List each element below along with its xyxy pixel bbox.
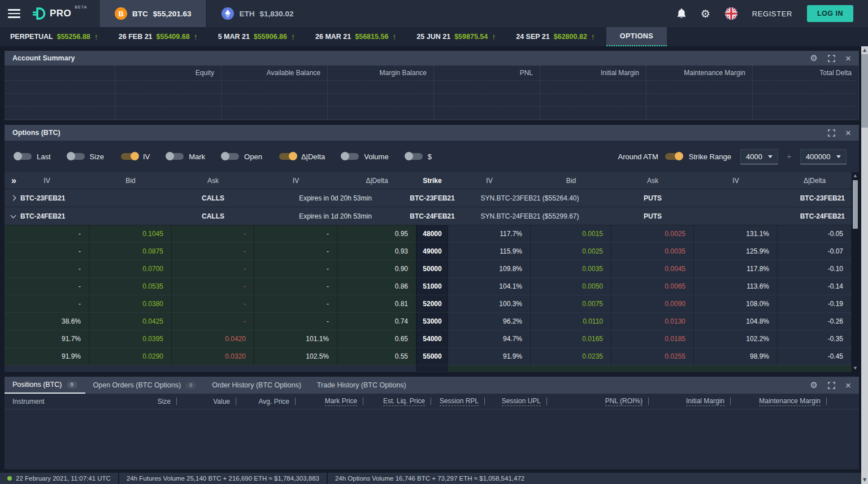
call-bid[interactable]: 0.0380	[89, 295, 172, 313]
menu-icon[interactable]	[0, 0, 28, 27]
call-ask[interactable]: -	[172, 225, 254, 243]
put-bid[interactable]: 0.0075	[531, 295, 611, 313]
futures-contract-tab-26-mar-21[interactable]: 26 MAR 21$56815.56↑	[305, 27, 406, 46]
toggle-switch[interactable]	[167, 153, 184, 160]
login-button[interactable]: LOG IN	[807, 5, 853, 22]
put-bid[interactable]: 0.0025	[531, 243, 611, 260]
call-ask[interactable]: -	[172, 295, 254, 313]
toggle-switch[interactable]	[279, 153, 296, 160]
toggle-switch[interactable]	[15, 153, 32, 160]
panel-close-icon[interactable]: ×	[845, 381, 851, 390]
put-ask[interactable]: 0.0045	[611, 260, 694, 278]
expand-all-icon[interactable]: »	[11, 176, 16, 185]
panel-expand-icon[interactable]	[828, 129, 835, 137]
panel-close-icon[interactable]: ×	[845, 128, 851, 138]
put-ask[interactable]: 0.0185	[611, 330, 694, 348]
call-bid[interactable]: 0.0395	[89, 330, 172, 348]
put-bid[interactable]: 0.0165	[531, 330, 611, 348]
call-ask[interactable]: -	[172, 243, 254, 260]
futures-contract-tab-24-sep-21[interactable]: 24 SEP 21$62800.82↑	[506, 27, 605, 46]
put-bid[interactable]: 0.0110	[531, 313, 611, 330]
toggle-open[interactable]: Open	[222, 152, 262, 161]
logo[interactable]: PRO BETA	[28, 0, 99, 27]
tab-positions-btc[interactable]: Positions (BTC)0	[5, 377, 85, 394]
scroll-down-icon[interactable]: ▼	[863, 476, 866, 484]
page-scrollbar[interactable]: ▲ ▼	[861, 46, 868, 484]
tab-trade-history-btc-options[interactable]: Trade History (BTC Options)	[309, 377, 414, 394]
futures-contract-tab-25-jun-21[interactable]: 25 JUN 21$59875.54↑	[406, 27, 506, 46]
strike-min-select[interactable]: 4000	[740, 149, 778, 164]
scroll-down-icon[interactable]: ▼	[854, 365, 857, 372]
panel-settings-icon[interactable]: ⚙	[810, 381, 818, 390]
panel-expand-icon[interactable]	[828, 382, 835, 389]
bell-icon[interactable]	[677, 8, 686, 19]
toggle-last[interactable]: Last	[15, 152, 51, 161]
call-bid[interactable]: 0.0290	[89, 348, 172, 365]
options-row[interactable]: -0.1045--0.9548000117.7%0.00150.0025131.…	[5, 225, 852, 243]
put-ask[interactable]: 0.0035	[611, 243, 694, 260]
toggle-iv[interactable]: IV	[121, 152, 150, 161]
options-row[interactable]: 91.9%0.02900.0320102.5%0.555500091.9%0.0…	[5, 348, 852, 365]
strike-max-select[interactable]: 400000	[800, 149, 847, 164]
call-bid[interactable]: 0.0535	[89, 278, 172, 295]
put-ask[interactable]: 0.0255	[611, 348, 694, 365]
options-group-row-23feb21[interactable]: BTC-23FEB21 CALLS Expires in 0d 20h 53mi…	[5, 189, 852, 207]
around-atm-toggle[interactable]	[665, 153, 682, 160]
put-bid[interactable]: 0.0050	[531, 278, 611, 295]
scrollbar-thumb[interactable]	[861, 54, 868, 128]
futures-contract-tab-26-feb-21[interactable]: 26 FEB 21$55409.68↑	[108, 27, 208, 46]
toggle-volume[interactable]: Volume	[342, 152, 388, 161]
put-ask[interactable]: 0.0130	[611, 313, 694, 330]
language-flag-icon[interactable]	[725, 7, 737, 20]
call-ask[interactable]: 0.0420	[172, 330, 254, 348]
toggle-size[interactable]: Size	[68, 152, 104, 161]
options-row[interactable]: -0.0380--0.8152000100.3%0.00750.0090108.…	[5, 295, 852, 313]
put-bid[interactable]: 0.0035	[531, 260, 611, 278]
options-group-row-24feb21[interactable]: BTC-24FEB21 CALLS Expires in 1d 20h 53mi…	[5, 207, 852, 225]
call-bid[interactable]: 0.0425	[89, 313, 172, 330]
toggle-switch[interactable]	[68, 153, 85, 160]
toggle-switch[interactable]	[406, 153, 423, 160]
toggle-switch[interactable]	[121, 153, 138, 160]
tab-open-orders-btc-options[interactable]: Open Orders (BTC Options)0	[85, 377, 205, 394]
panel-close-icon[interactable]: ×	[845, 54, 851, 63]
put-ask[interactable]: 0.0090	[611, 295, 694, 313]
eth-instrument-tab[interactable]: ETH $1,830.02	[206, 0, 308, 27]
options-row[interactable]: -0.0535--0.8651000104.1%0.00500.0065113.…	[5, 278, 852, 295]
expiry-group-toggle[interactable]: BTC-23FEB21	[5, 194, 172, 202]
toggle-mark[interactable]: Mark	[167, 152, 205, 161]
options-row[interactable]: -0.0700--0.9050000109.8%0.00350.0045117.…	[5, 260, 852, 278]
options-row[interactable]: -0.0875--0.9349000115.9%0.00250.0035125.…	[5, 243, 852, 260]
expiry-group-toggle[interactable]: BTC-24FEB21	[5, 212, 172, 220]
register-link[interactable]: REGISTER	[752, 10, 792, 18]
scrollbar-thumb[interactable]	[853, 180, 858, 229]
scroll-up-icon[interactable]: ▲	[854, 172, 857, 180]
put-bid[interactable]: 0.0015	[531, 225, 611, 243]
gear-icon[interactable]: ⚙	[701, 8, 710, 19]
tab-order-history-btc-options[interactable]: Order History (BTC Options)	[204, 377, 309, 394]
toggle-item[interactable]: $	[406, 152, 432, 161]
btc-instrument-tab[interactable]: B BTC $55,201.63	[99, 0, 206, 27]
toggle-switch[interactable]	[342, 153, 359, 160]
put-bid[interactable]: 0.0235	[531, 348, 611, 365]
put-ask[interactable]: 0.0065	[611, 278, 694, 295]
call-ask[interactable]: 0.0320	[172, 348, 254, 365]
call-ask[interactable]: -	[172, 313, 254, 330]
options-scrollbar[interactable]: ▲ ▼	[852, 172, 859, 372]
call-bid[interactable]: 0.1045	[89, 225, 172, 243]
options-row[interactable]: 38.6%0.0425--0.745300096.2%0.01100.01301…	[5, 313, 852, 330]
tab-options[interactable]: OPTIONS	[606, 27, 667, 46]
call-ask[interactable]: -	[172, 278, 254, 295]
call-bid[interactable]: 0.0700	[89, 260, 172, 278]
panel-expand-icon[interactable]	[828, 55, 835, 62]
futures-contract-tab-5-mar-21[interactable]: 5 MAR 21$55906.86↑	[208, 27, 305, 46]
toggle-delta[interactable]: Δ|Delta	[279, 152, 325, 161]
call-ask[interactable]: -	[172, 260, 254, 278]
call-bid[interactable]: 0.0875	[89, 243, 172, 260]
put-ask[interactable]: 0.0025	[611, 225, 694, 243]
panel-settings-icon[interactable]: ⚙	[810, 54, 818, 63]
options-row[interactable]: 91.7%0.03950.0420101.1%0.655400094.7%0.0…	[5, 330, 852, 348]
toggle-switch[interactable]	[222, 153, 239, 160]
futures-contract-tab-perpetual[interactable]: PERPETUAL$55256.88↑	[0, 27, 108, 46]
scroll-up-icon[interactable]: ▲	[863, 46, 866, 54]
